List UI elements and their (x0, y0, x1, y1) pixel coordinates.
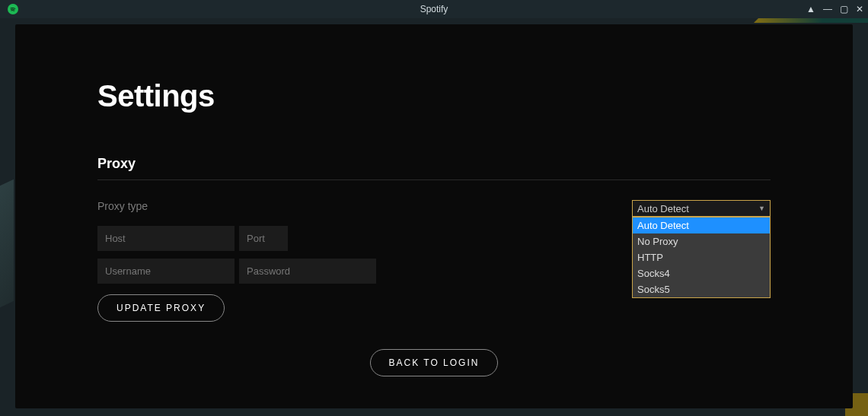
proxy-type-label: Proxy type (97, 200, 376, 212)
maximize-button[interactable]: ▢ (840, 5, 848, 14)
minimize-button[interactable]: — (823, 5, 832, 14)
proxy-type-dropdown: Auto Detect No Proxy HTTP Socks4 Socks5 (632, 217, 771, 298)
option-http[interactable]: HTTP (633, 249, 770, 265)
dropdown-icon[interactable]: ▲ (806, 5, 815, 14)
back-to-login-button[interactable]: BACK TO LOGIN (370, 349, 499, 376)
option-socks4[interactable]: Socks4 (633, 265, 770, 281)
port-input[interactable] (239, 226, 288, 251)
proxy-type-select[interactable]: Auto Detect ▼ (632, 200, 771, 217)
titlebar: Spotify ▲ — ▢ ✕ (0, 0, 868, 18)
option-no-proxy[interactable]: No Proxy (633, 233, 770, 249)
close-button[interactable]: ✕ (856, 5, 863, 14)
window-title: Spotify (0, 4, 868, 14)
page-title: Settings (97, 79, 771, 113)
option-socks5[interactable]: Socks5 (633, 281, 770, 297)
section-title: Proxy (97, 156, 771, 180)
window-controls: ▲ — ▢ ✕ (806, 5, 863, 14)
chevron-down-icon: ▼ (758, 205, 765, 212)
username-input[interactable] (97, 259, 235, 284)
host-input[interactable] (97, 226, 235, 251)
update-proxy-button[interactable]: UPDATE PROXY (97, 294, 225, 322)
password-input[interactable] (239, 259, 376, 284)
spotify-icon (8, 4, 18, 14)
option-auto-detect[interactable]: Auto Detect (633, 218, 770, 233)
bg-accent (0, 179, 14, 307)
app-content: Settings Proxy Proxy type UPDATE PROXY A… (15, 24, 853, 408)
proxy-type-value: Auto Detect (637, 203, 689, 214)
